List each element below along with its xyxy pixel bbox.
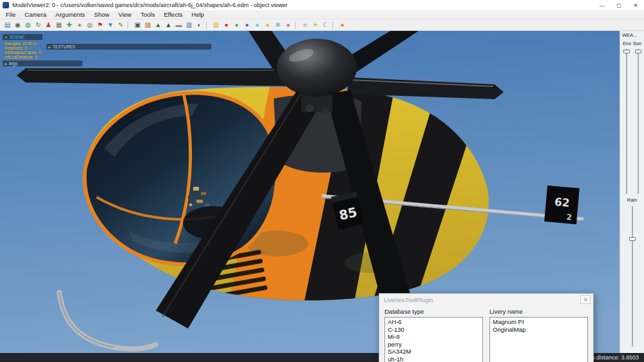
env-label: Env [623,41,631,46]
dialog-body: Database type AH-6C-130Mi-8perrySA342Muh… [379,305,593,362]
window-title: ModelViewer2: 0 - c/users/volker/saved g… [12,2,591,8]
scene-stat: mfShadowCaster: 0 [5,50,41,55]
database-type-group: Database type AH-6C-130Mi-8perrySA342Muh… [384,308,483,362]
toolbar-separator [206,21,209,29]
scene-stat: mfLodDistance: 0 [5,55,41,59]
magenta-icon[interactable]: ● [283,20,293,30]
dot-icon[interactable]: ● [75,20,84,30]
tree-icon[interactable]: ▲ [153,20,163,30]
window-controls: — ▢ ✕ [594,0,644,10]
ruler-icon[interactable]: ▬ [174,20,184,30]
dialog-titlebar[interactable]: LiveriesToolPlugin ✕ [379,294,593,305]
env-slider[interactable] [623,49,630,194]
livery-name-list[interactable]: Magnum PIOriginalMap [489,317,588,362]
scene-stat: triangles: 219610 [5,41,41,46]
env-slider-handle[interactable] [623,50,630,53]
database-type-item[interactable]: SA342M [385,348,482,356]
menu-item[interactable]: Arguments [51,10,90,19]
flag-icon[interactable]: ⚑ [95,20,105,30]
chart-icon[interactable]: ▥ [184,20,194,30]
database-type-label: Database type [384,308,483,315]
menu-item[interactable]: Help [187,10,209,19]
scene-panel-header[interactable]: ▼ SCENE: [3,34,43,40]
livery-name-label: Livery name [489,308,588,315]
rain-label: Rain [627,197,637,203]
database-type-item[interactable]: Mi-8 [385,333,482,341]
cyan-icon[interactable]: ● [252,20,262,30]
monitor-icon[interactable]: ▣ [133,20,142,30]
weather-panel: WEA... Env Sun Rain [620,31,644,353]
grid-icon[interactable]: ▦ [54,20,64,30]
screenshot-icon[interactable]: ◉ [13,20,23,30]
pencil-icon[interactable]: ✎ [116,20,126,30]
args-panel-header[interactable]: ▶ Args [3,61,82,66]
sun-label: Sun [633,41,641,46]
toolbar: ▤◉◍↻♟▦✚●◎⚑▼✎▣▨▲▲▬▥◐▥●●●●●❄●○☀☾● [0,19,644,31]
dialog-title: LiveriesToolPlugin [384,296,580,303]
rain-slider[interactable] [629,206,636,347]
app-icon[interactable] [3,2,9,8]
scene-stats: triangles: 219610instances: 0mfShadowCas… [5,41,41,59]
bars-icon[interactable]: ▥ [211,20,221,30]
snow-icon[interactable]: ❄ [273,20,283,30]
maximize-button[interactable]: ▢ [611,0,627,10]
droplet-icon[interactable]: ▼ [106,20,115,30]
sun-slider[interactable] [635,49,641,194]
go-icon[interactable]: ● [232,20,242,30]
textures-panel-label: TEXTURES [53,44,75,49]
database-type-list[interactable]: AH-6C-130Mi-8perrySA342Muh-1h [384,317,483,362]
contrast-icon[interactable]: ◐ [194,20,204,30]
toolbar-separator [332,21,336,29]
menu-item[interactable]: File [1,10,20,19]
rain-slider-handle[interactable] [629,237,636,241]
weather-panel-title: WEA... [622,32,637,38]
scene-panel-label: SCENE: [10,35,25,39]
menu-item[interactable]: Effects [159,10,187,19]
dialog-close-button[interactable]: ✕ [580,295,591,304]
add-icon[interactable]: ✚ [64,20,74,30]
menubar: FileCameraArgumentsShowViewToolsEffectsH… [0,10,644,19]
menu-item[interactable]: Show [90,10,114,19]
database-type-item[interactable]: AH-6 [385,318,482,326]
warn-icon[interactable]: ● [263,20,272,30]
marker-62-text: 62 [554,195,570,209]
database-type-item[interactable]: uh-1h [385,356,482,362]
modelviewer-window: ModelViewer2: 0 - c/users/volker/saved g… [0,0,644,362]
mannequin-icon[interactable]: ♟ [44,20,53,30]
menu-item[interactable]: Tools [136,10,159,19]
menu-item[interactable]: View [114,10,136,19]
minimize-button[interactable]: — [594,0,611,10]
globe-icon[interactable]: ◍ [23,20,33,30]
livery-name-group: Livery name Magnum PIOriginalMap [489,308,588,362]
sun-slider-track[interactable] [638,49,639,194]
sun-icon[interactable]: ☀ [310,20,320,30]
stop-icon[interactable]: ● [222,20,231,30]
moon-icon[interactable]: ☾ [321,20,330,30]
target-icon[interactable]: ◎ [85,20,95,30]
sphere-icon[interactable]: ● [337,20,347,30]
database-type-item[interactable]: perry [385,341,482,348]
env-slider-track[interactable] [626,49,627,194]
texture-icon[interactable]: ▨ [143,20,153,30]
rain-slider-track[interactable] [632,206,633,347]
info-icon[interactable]: ● [242,20,252,30]
scene-stat: instances: 0 [5,46,41,50]
marker-box-62: 62 2 [544,186,580,224]
toolbar-separator [128,21,131,29]
refresh-icon[interactable]: ↻ [33,20,43,30]
livery-name-item[interactable]: OriginalMap [490,326,587,334]
chevron-down-icon: ▼ [5,35,8,39]
save-icon[interactable]: ▤ [3,20,12,30]
close-button[interactable]: ✕ [627,0,644,10]
livery-name-item[interactable]: Magnum PI [490,318,587,326]
chevron-right-icon: ▶ [5,62,7,66]
marker-2-text: 2 [566,213,573,222]
liveries-tool-dialog: LiveriesToolPlugin ✕ Database type AH-6C… [379,293,594,362]
forest-icon[interactable]: ▲ [164,20,173,30]
database-type-item[interactable]: C-130 [385,326,482,334]
menu-item[interactable]: Camera [20,10,51,19]
textures-panel-header[interactable]: ▶ TEXTURES [46,44,211,50]
sun-slider-handle[interactable] [635,50,641,53]
titlebar: ModelViewer2: 0 - c/users/volker/saved g… [0,0,644,10]
clock-icon[interactable]: ○ [300,20,310,30]
